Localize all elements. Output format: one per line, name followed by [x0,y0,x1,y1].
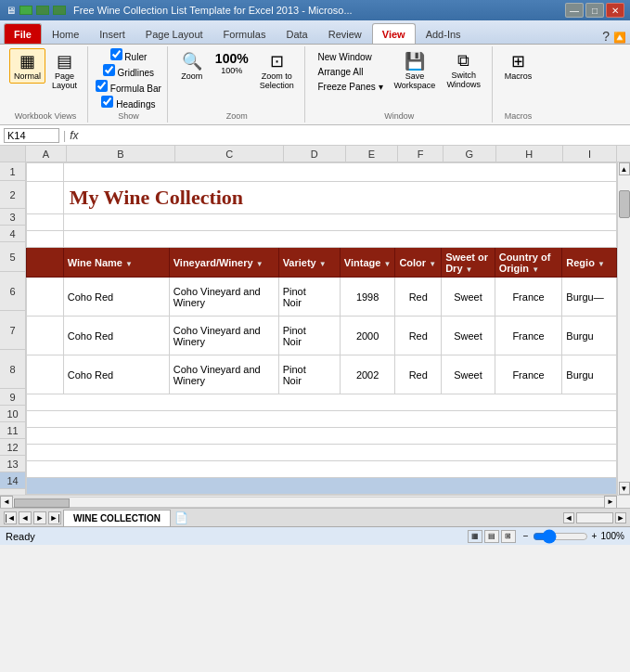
cell-b1[interactable] [63,163,616,182]
cell-reference-input[interactable] [4,128,59,143]
zoom-minus[interactable]: − [523,531,529,541]
sheet-nav-last[interactable]: ►| [48,511,61,524]
scroll-right-button[interactable]: ► [604,496,617,509]
empty-row-14[interactable] [27,478,617,495]
col-header-h[interactable]: H [496,146,563,162]
empty-row-11[interactable] [27,428,617,445]
empty-row-9[interactable] [27,394,617,411]
cell-color-1[interactable]: Red [395,278,442,317]
row-7[interactable]: 7 [0,311,25,350]
cell-country-2[interactable]: France [495,317,562,355]
tab-view[interactable]: View [372,23,416,44]
cell-region-3[interactable]: Burgu [562,355,617,394]
cell-a1[interactable] [27,163,64,182]
row-2[interactable]: 2 [0,181,25,209]
row-10[interactable]: 10 [0,406,25,422]
cell-region-2[interactable]: Burgu [562,317,617,355]
cell-vintage-3[interactable]: 2002 [340,355,395,394]
tab-file[interactable]: File [4,23,42,44]
row-13[interactable]: 13 [0,456,25,472]
ruler-checkbox[interactable]: Ruler [110,48,148,62]
zoom-button[interactable]: 🔍 Zoom [175,48,209,84]
tab-review[interactable]: Review [318,23,372,44]
cell-vintage-2[interactable]: 2000 [340,317,395,355]
cell-sweet-3[interactable]: Sweet [442,355,495,394]
freeze-panes-button[interactable]: Freeze Panes ▾ [313,80,387,94]
cell-a4[interactable] [27,231,64,248]
vineyard-dropdown[interactable]: ▼ [256,260,264,268]
header-variety[interactable]: Variety ▼ [278,248,340,278]
cell-a5[interactable] [27,248,64,278]
cell-winery-1[interactable]: Coho Vineyard andWinery [169,278,278,317]
col-header-g[interactable]: G [444,146,496,162]
normal-view-status-btn[interactable]: ▦ [468,530,482,543]
header-vineyard[interactable]: Vineyard/Winery ▼ [169,248,278,278]
col-header-e[interactable]: E [346,146,399,162]
zoom-slider[interactable] [533,533,588,540]
cell-wine-name-3[interactable]: Coho Red [63,355,169,394]
cell-variety-2[interactable]: PinotNoir [278,317,340,355]
header-region[interactable]: Regio ▼ [562,248,617,278]
sheet-nav-next[interactable]: ► [33,511,46,524]
row-1[interactable]: 1 [0,162,25,181]
row-4[interactable]: 4 [0,226,25,242]
cell-winery-3[interactable]: Coho Vineyard andWinery [169,355,278,394]
close-button[interactable]: ✕ [606,3,624,18]
tab-data[interactable]: Data [276,23,317,44]
minimize-button[interactable]: — [565,3,584,18]
col-header-f[interactable]: F [398,146,444,162]
row-12[interactable]: 12 [0,439,25,456]
col-header-b[interactable]: B [67,146,175,162]
vintage-dropdown[interactable]: ▼ [383,260,391,268]
cell-sweet-1[interactable]: Sweet [442,278,495,317]
maximize-button[interactable]: □ [585,3,604,18]
wine-name-dropdown[interactable]: ▼ [125,260,133,268]
hscroll-middle[interactable] [576,512,613,523]
arrange-all-button[interactable]: Arrange All [313,65,387,79]
hscroll-btn-right2[interactable]: ► [615,512,626,523]
cell-title[interactable]: My Wine Collection [63,182,616,214]
cell-color-2[interactable]: Red [395,317,442,355]
collapse-ribbon-icon[interactable]: 🔼 [613,32,626,44]
row-9[interactable]: 9 [0,389,25,406]
header-sweet-dry[interactable]: Sweet orDry ▼ [442,248,495,278]
scroll-thumb[interactable] [619,190,630,218]
new-window-button[interactable]: New Window [313,50,387,64]
color-dropdown[interactable]: ▼ [429,260,436,268]
sheet-tab-wine-collection[interactable]: WINE COLLECTION [63,510,171,526]
col-header-c[interactable]: C [175,146,284,162]
header-vintage[interactable]: Vintage ▼ [340,248,395,278]
layout-view-status-btn[interactable]: ▤ [484,530,499,543]
cell-b4[interactable] [63,231,616,248]
cell-a7[interactable] [27,317,64,355]
row-5[interactable]: 5 [0,242,25,272]
row-14[interactable]: 14 [0,472,25,489]
header-country[interactable]: Country ofOrigin ▼ [495,248,562,278]
gridlines-checkbox[interactable]: Gridlines [103,64,154,78]
scroll-down-button[interactable]: ▼ [619,482,630,495]
sheet-add-icon[interactable]: 📄 [174,511,188,524]
switch-windows-button[interactable]: ⧉ SwitchWindows [442,48,485,92]
zoom-plus[interactable]: + [592,531,598,541]
cell-variety-1[interactable]: PinotNoir [278,278,340,317]
tab-addins[interactable]: Add-Ins [416,23,471,44]
tab-insert[interactable]: Insert [89,23,135,44]
hscroll-thumb[interactable] [14,498,70,508]
col-header-a[interactable]: A [26,146,67,162]
cell-country-3[interactable]: France [495,355,562,394]
row-3[interactable]: 3 [0,209,25,226]
scroll-left-button[interactable]: ◄ [0,496,13,509]
cell-country-1[interactable]: France [495,278,562,317]
zoom-to-selection-button[interactable]: ⊡ Zoom toSelection [255,48,299,93]
row-8[interactable]: 8 [0,350,25,389]
sheet-insert-icon[interactable]: 📄 [174,511,188,524]
cell-b3[interactable] [63,214,616,231]
sheet-nav-prev[interactable]: ◄ [19,511,32,524]
cell-a2[interactable] [27,182,64,214]
formula-bar-checkbox[interactable]: Formula Bar [96,80,161,94]
page-break-status-btn[interactable]: ⊞ [501,530,516,543]
sweet-dry-dropdown[interactable]: ▼ [466,265,473,274]
cell-region-1[interactable]: Burgu— [562,278,617,317]
zoom-100-button[interactable]: 100% 100% [211,48,253,78]
normal-view-button[interactable]: ▦ Normal [9,48,45,84]
